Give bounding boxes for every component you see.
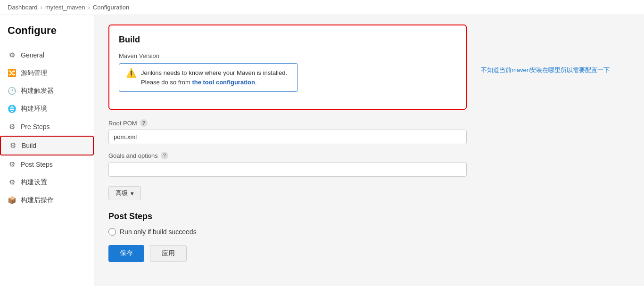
general-icon: ⚙	[8, 51, 16, 59]
run-if-success-radio[interactable]	[108, 228, 116, 236]
sidebar-item-poststeps[interactable]: ⚙ Post Steps	[0, 155, 94, 173]
postbuild-icon: 📦	[8, 196, 16, 204]
side-note: 不知道当前maven安装在哪里所以需要配置一下	[481, 66, 610, 74]
tool-config-link[interactable]: the tool configuration	[192, 79, 255, 86]
sidebar-label-build: Build	[22, 142, 36, 149]
sidebar-title: Configure	[0, 25, 94, 46]
sidebar-label-general: General	[21, 51, 44, 59]
maven-version-label: Maven Version	[119, 52, 456, 59]
alert-icon: ⚠️	[126, 69, 136, 77]
radio-label: Run only if build succeeds	[120, 228, 197, 236]
sidebar-label-env: 构建环境	[21, 105, 47, 113]
sidebar-label-presteps: Pre Steps	[21, 123, 50, 131]
breadcrumb: Dashboard › mytest_maven › Configuration	[0, 0, 644, 15]
trigger-icon: 🕐	[8, 87, 16, 95]
source-icon: 🔀	[8, 69, 16, 77]
sidebar-item-postbuild[interactable]: 📦 构建后操作	[0, 191, 94, 209]
main-content: 不知道当前maven安装在哪里所以需要配置一下 Build Maven Vers…	[94, 15, 644, 286]
root-pom-group: Root POM ?	[108, 119, 467, 144]
build-icon: ⚙	[8, 141, 17, 150]
advanced-row: 高级 ▾	[108, 184, 630, 200]
env-icon: 🌐	[8, 105, 16, 113]
root-pom-help-icon[interactable]: ?	[140, 119, 148, 127]
advanced-button[interactable]: 高级 ▾	[108, 186, 141, 200]
root-pom-input[interactable]	[108, 130, 467, 144]
build-card: Build Maven Version ⚠️ Jenkins needs to …	[108, 25, 467, 110]
sidebar-item-build[interactable]: ⚙ Build	[0, 136, 94, 155]
sidebar-item-trigger[interactable]: 🕐 构建触发器	[0, 82, 94, 100]
breadcrumb-current: Configuration	[93, 4, 129, 11]
goals-help-icon[interactable]: ?	[161, 152, 168, 159]
advanced-label: 高级	[116, 189, 128, 197]
sidebar-label-poststeps: Post Steps	[21, 161, 53, 168]
footer-buttons: 保存 应用	[108, 245, 630, 262]
build-card-title: Build	[119, 35, 456, 45]
goals-group: Goals and options ?	[108, 152, 467, 177]
poststeps-icon: ⚙	[8, 160, 16, 169]
goals-input[interactable]	[108, 162, 467, 177]
alert-text: Jenkins needs to know where your Maven i…	[141, 68, 291, 87]
sidebar-item-source[interactable]: 🔀 源码管理	[0, 64, 94, 82]
breadcrumb-dashboard[interactable]: Dashboard	[8, 4, 38, 11]
sidebar: Configure ⚙ General 🔀 源码管理 🕐 构建触发器 🌐 构建环…	[0, 15, 94, 286]
post-steps-section: Post Steps Run only if build succeeds	[108, 212, 467, 236]
advanced-chevron-icon: ▾	[131, 190, 134, 197]
save-button[interactable]: 保存	[108, 245, 144, 262]
radio-row: Run only if build succeeds	[108, 228, 467, 236]
alert-text-part2: .	[255, 79, 257, 86]
sidebar-item-general[interactable]: ⚙ General	[0, 46, 94, 64]
sidebar-item-buildsettings[interactable]: ⚙ 构建设置	[0, 173, 94, 191]
sidebar-label-buildsettings: 构建设置	[21, 178, 47, 187]
breadcrumb-project[interactable]: mytest_maven	[45, 4, 85, 11]
sidebar-label-trigger: 构建触发器	[21, 87, 54, 95]
apply-button[interactable]: 应用	[150, 245, 187, 262]
alert-box: ⚠️ Jenkins needs to know where your Mave…	[119, 63, 298, 92]
buildsettings-icon: ⚙	[8, 178, 16, 187]
breadcrumb-sep-2: ›	[88, 4, 90, 11]
breadcrumb-sep-1: ›	[41, 4, 42, 11]
goals-label: Goals and options ?	[108, 152, 467, 159]
post-steps-title: Post Steps	[108, 212, 467, 221]
sidebar-item-presteps[interactable]: ⚙ Pre Steps	[0, 118, 94, 136]
sidebar-item-env[interactable]: 🌐 构建环境	[0, 100, 94, 118]
presteps-icon: ⚙	[8, 123, 16, 131]
root-pom-label: Root POM ?	[108, 119, 467, 127]
sidebar-label-postbuild: 构建后操作	[21, 196, 54, 204]
sidebar-label-source: 源码管理	[21, 69, 47, 77]
